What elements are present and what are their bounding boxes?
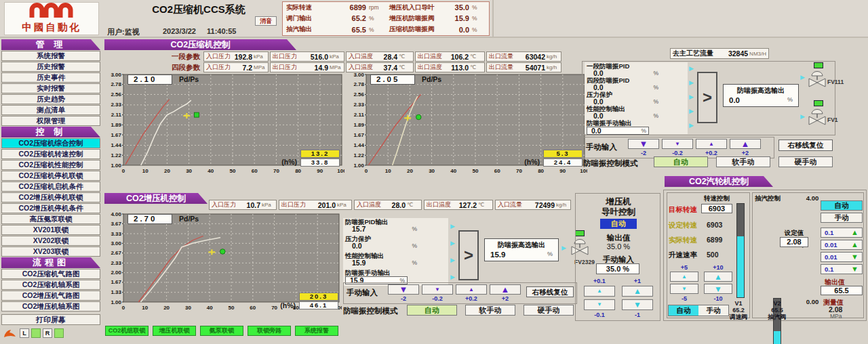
sidebar-item[interactable]: 历史事件 <box>1 72 100 83</box>
step-button[interactable]: ▲ <box>730 139 761 149</box>
step-button[interactable]: 0.1 ▲ <box>821 228 863 238</box>
step-button[interactable]: ▼ <box>662 139 693 149</box>
sidebar-item[interactable]: CO2压缩机启机条件 <box>1 181 100 192</box>
mute-button[interactable]: 消音 <box>255 16 277 26</box>
sidebar: 管 理 系统报警 历史报警 历史事件 实时报警 历史趋势 测点清单 <box>1 39 100 312</box>
sidebar-item[interactable]: XV202联锁 <box>1 236 100 246</box>
step-label: -2 <box>628 150 659 156</box>
valve-icon <box>806 107 829 127</box>
high-select-output: 防喘振高选输出 0.0% <box>723 84 799 107</box>
logo-waves-icon <box>27 3 76 18</box>
step-button[interactable]: ▼ <box>704 284 732 294</box>
target-speed-label: 目标转速 <box>669 205 697 215</box>
sidebar-item[interactable]: XV203联锁 <box>1 246 100 257</box>
flow-label: 去主工艺流量 <box>673 49 713 58</box>
svg-text:20: 20 <box>163 305 170 311</box>
sidebar-item[interactable]: 高压氨泵联锁 <box>1 214 100 224</box>
home-icon[interactable] <box>3 328 18 339</box>
left-screen-button[interactable]: L <box>20 328 29 338</box>
mode-button[interactable]: 硬手动 <box>778 156 833 167</box>
step-button[interactable]: 0.1 ▼ <box>821 264 863 274</box>
right-status-indicator <box>54 328 64 338</box>
step-button[interactable]: ▼ <box>388 284 419 295</box>
vane-mode-button[interactable]: 自动 <box>600 219 637 229</box>
right-screen-button[interactable]: R <box>43 328 52 338</box>
setpoint-value[interactable]: 2.08 <box>780 237 808 247</box>
flow-arrow-icon: ▶ <box>689 94 694 100</box>
interlock-button[interactable]: CO2机组联锁 <box>105 326 149 336</box>
svg-text:3.00: 3.00 <box>353 72 364 78</box>
sidebar-item[interactable]: CO2增压机停机联锁 <box>1 192 100 202</box>
svg-text:60: 60 <box>250 305 256 311</box>
step-button[interactable]: ▼ <box>622 299 653 310</box>
svg-text:0: 0 <box>122 305 125 311</box>
sidebar-item[interactable]: CO2压缩机性能控制 <box>1 160 100 170</box>
vane-title-line2: 导叶控制 <box>576 207 661 218</box>
mode-button[interactable]: 硬手动 <box>524 305 574 316</box>
interlock-button[interactable]: 联锁旁路 <box>248 326 291 336</box>
sidebar-item[interactable]: 权限管理 <box>1 116 100 126</box>
sidebar-item[interactable]: XV201联锁 <box>1 225 100 235</box>
sidebar-item[interactable]: CO2压缩机停机联锁 <box>1 171 100 181</box>
sidebar-item[interactable]: CO2压缩机轴系图 <box>1 280 100 290</box>
compressor-section-title: CO2压缩机控制 <box>104 39 296 50</box>
step-button[interactable]: ▼ <box>584 299 615 310</box>
mode-button[interactable]: 自动 <box>407 305 457 316</box>
h-percent-label: (h%) <box>281 158 297 166</box>
reset-right-line-button[interactable]: 右移线复位 <box>526 286 574 297</box>
step-button[interactable]: 0.01 ▲ <box>821 240 863 250</box>
interlock-button[interactable]: 系统报警 <box>295 326 338 336</box>
mode-button[interactable]: 软手动 <box>465 305 515 316</box>
signal-unit: % <box>412 242 417 249</box>
header-divider <box>492 0 494 38</box>
sidebar-item[interactable]: CO2压缩机转速控制 <box>1 149 100 159</box>
mode-button[interactable]: 自动 <box>654 156 708 167</box>
guide-vane-panel: 增压机 导叶控制 自动 输出值 35.0 % 手动输入 35.0 % +0.1+… <box>575 193 660 321</box>
sidebar-item[interactable]: 历史趋势 <box>1 94 100 104</box>
sidebar-section-header: 流程图 <box>1 257 100 268</box>
sidebar-item[interactable]: 测点清单 <box>1 105 100 115</box>
mode-button[interactable]: 手动 <box>821 213 863 223</box>
step-button[interactable]: 0.01 ▼ <box>821 252 863 262</box>
step-column: ▲ +0.2 <box>456 284 487 302</box>
svg-text:4.00: 4.00 <box>111 211 121 217</box>
interlock-button[interactable]: 增压机联锁 <box>153 326 196 336</box>
svg-text:100: 100 <box>337 168 344 174</box>
mode-button[interactable]: 手动 <box>698 305 728 316</box>
print-screen-button[interactable]: 打印屏幕 <box>1 314 100 325</box>
high-select-value: 15.9 <box>490 251 505 259</box>
sidebar-item[interactable]: CO2压缩机综合控制 <box>1 138 100 148</box>
step-button[interactable]: ▲ <box>584 286 615 297</box>
sidebar-item[interactable]: CO2压缩机气路图 <box>1 269 100 279</box>
triangle-icon: ▼ <box>639 139 648 148</box>
vane-manual-value[interactable]: 35.0 % <box>596 263 639 274</box>
mode-button[interactable]: 软手动 <box>716 156 770 167</box>
sidebar-item[interactable]: CO2增压机气路图 <box>1 291 100 301</box>
interlock-button[interactable]: 氨泵联锁 <box>200 326 243 336</box>
svg-text:60: 60 <box>494 168 500 174</box>
svg-text:40: 40 <box>208 168 214 174</box>
step-button[interactable]: ▲ <box>622 286 653 297</box>
sidebar-item[interactable]: CO2增压机轴系图 <box>1 301 100 311</box>
param-unit: ℃ <box>399 53 411 60</box>
sidebar-item[interactable]: 历史报警 <box>1 62 100 72</box>
sidebar-item[interactable]: CO2增压机停机条件 <box>1 203 100 213</box>
reset-right-line-button[interactable]: 右移线复位 <box>778 139 833 151</box>
turbine-section-title: CO2汽轮机控制 <box>665 176 773 187</box>
step-button[interactable]: ▲ <box>670 272 698 282</box>
flow-arrow-icon: ▶ <box>450 274 455 280</box>
step-button[interactable]: ▲ <box>696 139 727 149</box>
step-button[interactable]: ▲ <box>490 284 521 295</box>
triangle-icon: ▲ <box>501 285 510 294</box>
sidebar-item[interactable]: 系统报警 <box>1 51 100 61</box>
step-button[interactable]: ▼ <box>628 139 659 149</box>
step-button[interactable]: ▼ <box>670 284 698 294</box>
step-button[interactable]: ▲ <box>704 272 732 282</box>
sidebar-item[interactable]: 实时报警 <box>1 83 100 93</box>
mode-button[interactable]: 自动 <box>821 200 863 211</box>
mode-button[interactable]: 自动 <box>669 305 698 316</box>
target-speed-value[interactable]: 6903 <box>701 204 732 213</box>
step-button[interactable]: ▲ <box>456 284 487 295</box>
step-button[interactable]: ▼ <box>422 284 453 295</box>
valve-tag: FV111 <box>827 79 844 85</box>
